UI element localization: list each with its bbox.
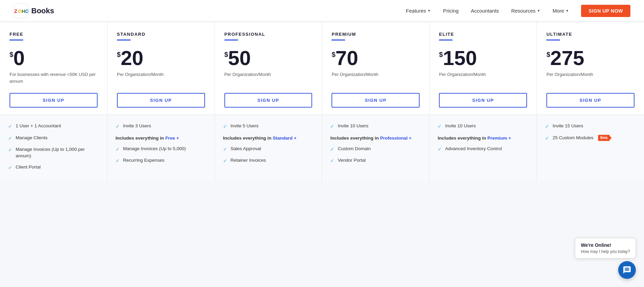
plan-header-standard: STANDARD$20Per Organization/MonthSIGN UP <box>107 22 215 115</box>
sign-up-button-ultimate[interactable]: SIGN UP <box>546 93 634 108</box>
check-icon: ✓ <box>545 135 549 142</box>
plan-price-amount-standard: 20 <box>121 48 143 68</box>
price-dollar-sign: $ <box>439 51 443 59</box>
plan-price-row-professional: $50 <box>224 48 312 68</box>
plan-name-elite: ELITE <box>439 32 527 37</box>
plan-underline-premium <box>332 39 345 41</box>
feature-text: Invite 15 Users <box>553 123 583 129</box>
plan-features-ultimate: ✓Invite 15 Users✓25 Custom ModulesBeta <box>537 115 644 181</box>
svg-text:O: O <box>18 9 22 14</box>
feature-item: ✓Manage Invoices (Up to 5,000) <box>116 146 206 153</box>
includes-link[interactable]: Premium + <box>488 135 511 141</box>
feature-item: ✓Manage Invoices (Up to 1,000 per annum) <box>8 146 99 159</box>
plan-price-row-ultimate: $275 <box>546 48 634 68</box>
check-icon: ✓ <box>330 158 334 164</box>
plan-col-ultimate: ULTIMATE$275Per Organization/MonthSIGN U… <box>537 22 644 181</box>
plan-name-professional: PROFESSIONAL <box>224 32 312 37</box>
feature-text: Sales Approval <box>231 146 261 152</box>
plan-header-elite: ELITE$150Per Organization/MonthSIGN UP <box>429 22 537 115</box>
check-icon: ✓ <box>8 135 12 142</box>
feature-text: Vendor Portal <box>338 157 366 164</box>
plan-desc-ultimate: Per Organization/Month <box>546 71 634 86</box>
plan-name-ultimate: ULTIMATE <box>546 32 634 37</box>
nav-item-features[interactable]: Features ▼ <box>406 8 431 14</box>
zoho-logo: Z O H O <box>14 3 29 18</box>
plan-price-amount-elite: 150 <box>443 48 477 68</box>
feature-text: Custom Domain <box>338 146 371 152</box>
feature-item: ✓Vendor Portal <box>330 157 421 164</box>
plan-col-professional: PROFESSIONAL$50Per Organization/MonthSIG… <box>215 22 322 181</box>
feature-text: Retainer Invoices <box>231 157 266 164</box>
includes-link[interactable]: Free + <box>165 135 179 141</box>
plan-desc-free: For businesses with revenue <50K USD per… <box>10 71 98 86</box>
check-icon: ✓ <box>438 146 442 153</box>
sign-up-button-premium[interactable]: SIGN UP <box>332 93 420 108</box>
plan-header-professional: PROFESSIONAL$50Per Organization/MonthSIG… <box>215 22 322 115</box>
sign-up-button-free[interactable]: SIGN UP <box>10 93 98 108</box>
plan-header-ultimate: ULTIMATE$275Per Organization/MonthSIGN U… <box>537 22 644 115</box>
beta-badge: Beta <box>598 135 610 141</box>
feature-text: Invite 10 Users <box>445 123 476 129</box>
nav-link-resources[interactable]: Resources ▼ <box>511 8 540 14</box>
chevron-down-icon: ▼ <box>427 9 431 13</box>
sign-up-button-professional[interactable]: SIGN UP <box>224 93 312 108</box>
nav-link-pricing[interactable]: Pricing <box>443 8 459 14</box>
check-icon: ✓ <box>8 123 12 130</box>
nav-link-accountants[interactable]: Accountants <box>471 8 499 14</box>
plan-features-premium: ✓Invite 10 UsersIncludes everything in P… <box>322 115 429 181</box>
check-icon: ✓ <box>330 146 334 153</box>
plan-col-free: FREE$0For businesses with revenue <50K U… <box>0 22 107 181</box>
check-icon: ✓ <box>8 164 12 171</box>
feature-item: ✓Invite 10 Users <box>330 123 421 130</box>
check-icon: ✓ <box>438 123 442 130</box>
feature-text: Client Portal <box>16 164 41 171</box>
check-icon: ✓ <box>545 123 549 130</box>
check-icon: ✓ <box>223 146 227 153</box>
svg-text:Z: Z <box>14 9 17 14</box>
nav-item-resources[interactable]: Resources ▼ <box>511 8 540 14</box>
signup-button[interactable]: SIGN UP NOW <box>581 5 630 17</box>
svg-text:H: H <box>22 9 25 14</box>
sign-up-button-elite[interactable]: SIGN UP <box>439 93 527 108</box>
plan-desc-standard: Per Organization/Month <box>117 71 205 86</box>
feature-item: ✓Custom Domain <box>330 146 421 153</box>
feature-item: ✓25 Custom ModulesBeta <box>545 135 636 142</box>
includes-link[interactable]: Professional + <box>380 135 412 141</box>
nav-link-more[interactable]: More ▼ <box>553 8 569 14</box>
plan-underline-free <box>10 39 23 41</box>
feature-text: 1 User + 1 Accountant <box>16 123 61 129</box>
nav-item-more[interactable]: More ▼ <box>553 8 569 14</box>
price-dollar-sign: $ <box>546 51 550 59</box>
includes-text: Includes everything in <box>223 135 273 141</box>
chevron-down-icon: ▼ <box>565 9 569 13</box>
feature-text: Advanced Inventory Control <box>445 146 502 152</box>
check-icon: ✓ <box>116 146 120 153</box>
plan-features-professional: ✓Invite 5 UsersIncludes everything in St… <box>215 115 322 181</box>
plan-features-standard: ✓Invite 3 UsersIncludes everything in Fr… <box>107 115 215 181</box>
plan-price-row-premium: $70 <box>332 48 420 68</box>
price-dollar-sign: $ <box>10 51 13 59</box>
feature-item: ✓Manage Clients <box>8 135 99 142</box>
nav-link-features[interactable]: Features ▼ <box>406 8 431 14</box>
plan-features-elite: ✓Invite 10 UsersIncludes everything in P… <box>429 115 537 181</box>
price-dollar-sign: $ <box>224 51 228 59</box>
navbar: Z O H O Books Features ▼ Pricing Account… <box>0 0 644 22</box>
sign-up-button-standard[interactable]: SIGN UP <box>117 93 205 108</box>
plan-price-amount-professional: 50 <box>228 48 251 68</box>
includes-link[interactable]: Standard + <box>273 135 296 141</box>
plan-underline-ultimate <box>546 39 560 41</box>
plan-header-free: FREE$0For businesses with revenue <50K U… <box>0 22 107 115</box>
feature-item: ✓1 User + 1 Accountant <box>8 123 99 130</box>
nav-links: Features ▼ Pricing Accountants Resources… <box>406 8 569 14</box>
plan-col-standard: STANDARD$20Per Organization/MonthSIGN UP… <box>107 22 215 181</box>
nav-item-accountants[interactable]: Accountants <box>471 8 499 14</box>
feature-item: ✓Invite 3 Users <box>116 123 206 130</box>
plan-price-amount-premium: 70 <box>336 48 358 68</box>
includes-block-elite: Includes everything in Premium + <box>438 135 528 141</box>
plan-price-row-standard: $20 <box>117 48 205 68</box>
plan-price-row-free: $0 <box>10 48 98 68</box>
pricing-table: FREE$0For businesses with revenue <50K U… <box>0 22 644 181</box>
plan-price-amount-free: 0 <box>13 48 24 68</box>
plan-price-amount-ultimate: 275 <box>550 48 584 68</box>
nav-item-pricing[interactable]: Pricing <box>443 8 459 14</box>
